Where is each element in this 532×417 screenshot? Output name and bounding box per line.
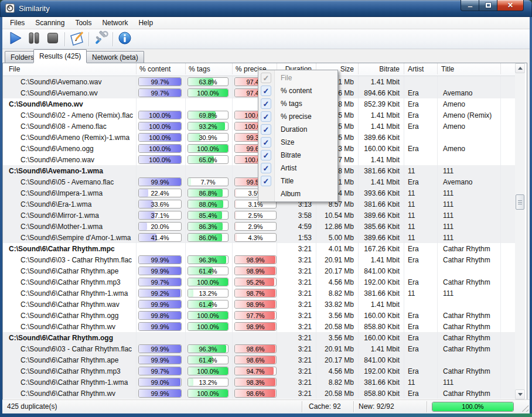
column-header-artist[interactable]: Artist bbox=[404, 63, 438, 74]
file-row[interactable]: C:\Sound\6\Mother-1.wma20.0%86.3%2.9%4:5… bbox=[3, 221, 515, 232]
tags-cell: 61.4% bbox=[186, 299, 233, 310]
scroll-up-button[interactable] bbox=[515, 63, 525, 73]
context-menu-item-precise[interactable]: ✓% precise bbox=[258, 110, 337, 123]
column-header-content[interactable]: % content bbox=[137, 63, 186, 74]
resize-grip-icon[interactable] bbox=[521, 405, 528, 412]
scroll-down-button[interactable] bbox=[515, 389, 525, 399]
file-row[interactable]: C:\Sound\6\Cathar Rhythm.wv99.9%100.0%98… bbox=[3, 388, 515, 399]
bar-value-label: 99.7% bbox=[139, 89, 181, 97]
context-menu-item-duration[interactable]: ✓Duration bbox=[258, 123, 337, 136]
file-row[interactable]: C:\Sound\6\Cathar Rhythm.mp399.7%100.0%9… bbox=[3, 365, 515, 377]
group-row[interactable]: C:\Sound\6\Cathar Rhythm.mpc3:214.01 Mb1… bbox=[3, 243, 515, 254]
artist-cell: 11 bbox=[404, 187, 438, 199]
minimize-button[interactable] bbox=[461, 0, 479, 11]
file-row[interactable]: C:\Sound\6\Mirror-1.wma37.1%85.4%2.5%3:5… bbox=[3, 210, 515, 221]
title-cell: Cathar Rhythm bbox=[438, 388, 501, 399]
row-spacer bbox=[501, 176, 515, 187]
row-spacer bbox=[501, 365, 515, 377]
bar-value-label: 99.0% bbox=[139, 378, 181, 386]
context-menu-item-bitrate[interactable]: ✓Bitrate bbox=[258, 149, 337, 162]
tags-cell: 13.2% bbox=[186, 288, 233, 299]
scrollbar-thumb[interactable] bbox=[516, 194, 524, 210]
file-row[interactable]: C:\Sound\6\Cathar Rhythm.ape99.9%61.4%98… bbox=[3, 265, 515, 276]
bar-value-label: 100.0% bbox=[139, 122, 181, 130]
menu-item-files[interactable]: Files bbox=[5, 18, 30, 28]
tags-cell: 96.3% bbox=[186, 343, 233, 354]
size-cell: 4.56 Mb bbox=[316, 276, 359, 288]
column-header-bitrate[interactable]: Bitrate bbox=[359, 63, 404, 74]
size-cell: 3.56 Mb bbox=[316, 310, 359, 321]
column-header-title[interactable]: Title bbox=[438, 63, 501, 74]
toolbar-separator bbox=[64, 32, 65, 46]
file-path: C:\Sound\6\Cathar Rhythm.wv bbox=[3, 321, 137, 332]
menu-item-tools[interactable]: Tools bbox=[70, 18, 97, 28]
pause-button[interactable] bbox=[25, 30, 43, 48]
artist-cell: 11 bbox=[404, 165, 438, 176]
precise-cell bbox=[233, 243, 277, 254]
file-row[interactable]: C:\Sound\6\Cathar Rhythm-1.wma99.0%13.2%… bbox=[3, 377, 515, 388]
content-progressbar: 33.6% bbox=[138, 200, 182, 208]
checkmark-icon: ✓ bbox=[261, 150, 271, 160]
tab-results-425[interactable]: Results (425) bbox=[33, 49, 87, 63]
group-row[interactable]: C:\Sound\6\Cathar Rhythm.ogg3:213.56 Mb1… bbox=[3, 332, 515, 343]
file-row[interactable]: C:\Sound\6\Cathar Rhythm.ogg99.8%100.0%9… bbox=[3, 310, 515, 321]
file-row[interactable]: C:\Sound\6\Cathar Rhythm.wav99.9%61.4%98… bbox=[3, 299, 515, 310]
context-menu-item-size[interactable]: ✓Size bbox=[258, 136, 337, 149]
file-row[interactable]: C:\Sound\6\Cathar Rhythm.ape99.9%61.4%98… bbox=[3, 354, 515, 365]
title-cell: 111 bbox=[438, 187, 501, 199]
duration-cell: 3:21 bbox=[277, 365, 316, 377]
precise-progressbar: 95.2% bbox=[234, 278, 277, 286]
stop-icon bbox=[46, 31, 60, 47]
file-path: C:\Sound\6\Ameno (Remix)-1.wma bbox=[3, 132, 137, 143]
context-menu-item-title[interactable]: ✓Title bbox=[258, 175, 337, 187]
bitrate-cell: 1.41 Mbit bbox=[359, 76, 404, 87]
app-window: Similarity ✕ FilesScanningToolsNetworkHe… bbox=[0, 0, 532, 417]
row-spacer bbox=[501, 332, 515, 343]
file-row[interactable]: C:\Sound\6\Cathar Rhythm.mp399.7%100.0%9… bbox=[3, 276, 515, 288]
precise-progressbar: 98.7% bbox=[234, 289, 277, 298]
menu-item-network[interactable]: Network bbox=[97, 18, 133, 28]
log-button[interactable] bbox=[67, 30, 86, 48]
file-row[interactable]: C:\Sound\6\03 - Cathar Rhythm.flac99.9%9… bbox=[3, 254, 515, 265]
titlebar[interactable]: Similarity ✕ bbox=[0, 0, 532, 17]
play-button[interactable] bbox=[6, 30, 25, 48]
file-row[interactable]: C:\Sound\6\Sempire d'Amor-1.wma41.4%86.0… bbox=[3, 232, 515, 243]
bitrate-cell: 1.41 Mbit bbox=[359, 254, 404, 265]
maximize-button[interactable] bbox=[479, 0, 497, 11]
row-spacer bbox=[501, 187, 515, 199]
tags-progressbar: 86.3% bbox=[187, 222, 229, 231]
menu-item-help[interactable]: Help bbox=[133, 18, 158, 28]
close-button[interactable]: ✕ bbox=[497, 0, 524, 11]
bar-value-label: 98.9% bbox=[235, 256, 276, 264]
stop-button[interactable] bbox=[43, 30, 62, 48]
file-row[interactable]: C:\Sound\6\03 - Cathar Rhythm.flac99.9%9… bbox=[3, 343, 515, 354]
duration-cell: 3:21 bbox=[277, 354, 316, 365]
tags-cell: 96.3% bbox=[186, 254, 233, 265]
context-menu-item-content[interactable]: ✓% content bbox=[258, 84, 337, 97]
context-menu-item-tags[interactable]: ✓% tags bbox=[258, 97, 337, 110]
tags-cell: 69.8% bbox=[186, 110, 233, 121]
checkmark-icon: ✓ bbox=[261, 98, 271, 109]
file-row[interactable]: C:\Sound\6\Cathar Rhythm.wv99.9%100.0%98… bbox=[3, 321, 515, 332]
column-header-tags[interactable]: % tags bbox=[186, 63, 233, 74]
content-cell: 99.9% bbox=[137, 265, 186, 276]
tags-progressbar: 100.0% bbox=[187, 144, 229, 153]
file-row[interactable]: C:\Sound\6\Cathar Rhythm-1.wma99.2%13.2%… bbox=[3, 288, 515, 299]
info-button[interactable] bbox=[115, 30, 134, 48]
tab-network-beta[interactable]: Network (beta) bbox=[86, 51, 144, 63]
bar-value-label: 86.0% bbox=[188, 234, 228, 241]
menu-item-scanning[interactable]: Scanning bbox=[30, 18, 70, 28]
file-path: C:\Sound\6\Cathar Rhythm.mpc bbox=[3, 243, 137, 254]
precise-progressbar: 2.9% bbox=[234, 222, 277, 231]
options-button[interactable] bbox=[91, 30, 110, 48]
file-path: C:\Sound\6\Mirror-1.wma bbox=[3, 210, 137, 221]
context-menu-item-album[interactable]: Album bbox=[258, 187, 337, 200]
bar-value-label: 99.7% bbox=[139, 78, 181, 86]
vertical-scrollbar[interactable] bbox=[515, 63, 525, 399]
statusbar-separator bbox=[302, 401, 302, 412]
column-header-file[interactable]: File bbox=[3, 63, 137, 74]
file-path: C:\Sound\6\Cathar Rhythm.ogg bbox=[3, 332, 137, 343]
artist-cell: Era bbox=[404, 365, 438, 377]
precise-progressbar: 94.7% bbox=[234, 367, 277, 375]
context-menu-item-artist[interactable]: ✓Artist bbox=[258, 162, 337, 175]
